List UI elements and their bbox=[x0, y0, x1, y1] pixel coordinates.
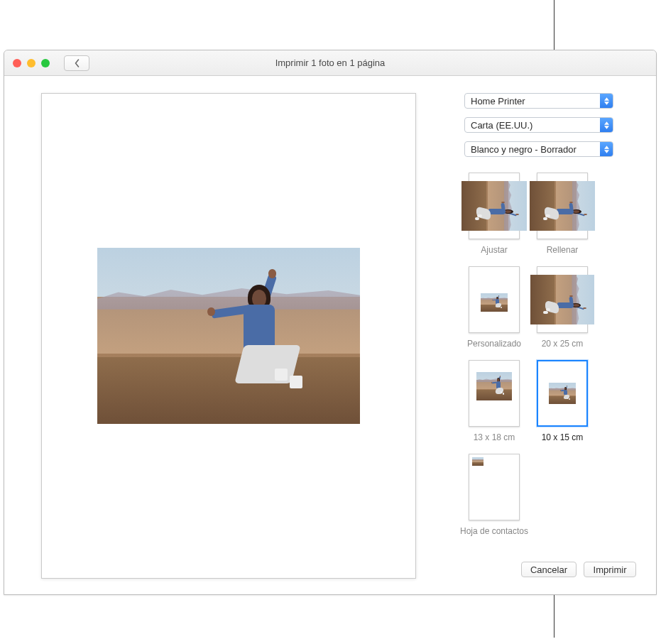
window-controls bbox=[4, 59, 58, 67]
print-quality-select[interactable]: Blanco y negro - Borrador bbox=[464, 141, 613, 157]
cancel-button[interactable]: Cancelar bbox=[521, 562, 577, 577]
format-label: Personalizado bbox=[464, 339, 524, 349]
print-options-pane: Home Printer Carta (EE.UU.) Blanco y neg… bbox=[457, 76, 656, 594]
format-label: 10 x 15 cm bbox=[532, 432, 592, 442]
paper-size-value: Carta (EE.UU.) bbox=[465, 118, 600, 132]
format-option-fill[interactable]: Rellenar bbox=[532, 173, 592, 255]
format-label: 20 x 25 cm bbox=[532, 339, 592, 349]
annotation-callout-top bbox=[554, 0, 555, 50]
window-titlebar: Imprimir 1 foto en 1 página bbox=[4, 50, 656, 76]
paper-size-select[interactable]: Carta (EE.UU.) bbox=[464, 117, 613, 133]
stepper-arrows-icon bbox=[600, 94, 613, 108]
format-thumb-20x25 bbox=[537, 266, 588, 333]
format-thumb-custom bbox=[469, 266, 520, 333]
photo-preview bbox=[97, 248, 360, 424]
close-window-button[interactable] bbox=[13, 59, 21, 67]
format-label: Hoja de contactos bbox=[452, 526, 537, 536]
chevron-left-icon bbox=[74, 59, 80, 67]
photo-content bbox=[97, 248, 360, 424]
format-thumb-fit bbox=[469, 173, 520, 239]
window-title: Imprimir 1 foto en 1 página bbox=[4, 58, 656, 68]
format-label: Rellenar bbox=[532, 245, 592, 255]
dialog-content: Home Printer Carta (EE.UU.) Blanco y neg… bbox=[4, 76, 656, 594]
stepper-arrows-icon bbox=[600, 142, 613, 156]
format-option-custom[interactable]: Personalizado bbox=[464, 266, 524, 349]
print-preview-pane bbox=[4, 76, 457, 594]
format-option-10x15[interactable]: 10 x 15 cm bbox=[532, 360, 592, 442]
print-button[interactable]: Imprimir bbox=[584, 562, 636, 577]
dialog-footer: Cancelar Imprimir bbox=[464, 562, 636, 582]
print-dialog-window: Imprimir 1 foto en 1 página bbox=[4, 50, 657, 595]
page-preview bbox=[41, 93, 416, 579]
format-label: Ajustar bbox=[464, 245, 524, 255]
printer-select[interactable]: Home Printer bbox=[464, 93, 613, 109]
printer-select-value: Home Printer bbox=[465, 94, 600, 108]
format-thumb-10x15 bbox=[537, 360, 588, 427]
print-quality-value: Blanco y negro - Borrador bbox=[465, 142, 600, 156]
format-thumb-contact-sheet bbox=[469, 454, 520, 520]
annotation-callout-bottom bbox=[554, 595, 555, 638]
format-option-20x25[interactable]: 20 x 25 cm bbox=[532, 266, 592, 349]
format-thumb-fill bbox=[537, 173, 588, 239]
format-thumb-13x18 bbox=[469, 360, 520, 427]
annotation-bracket bbox=[491, 594, 629, 595]
format-option-contact-sheet[interactable]: Hoja de contactos bbox=[464, 454, 524, 536]
zoom-window-button[interactable] bbox=[41, 59, 50, 67]
back-button[interactable] bbox=[64, 55, 89, 71]
format-option-13x18[interactable]: 13 x 18 cm bbox=[464, 360, 524, 442]
layout-format-grid: Ajustar Rellenar Personalizado bbox=[464, 173, 621, 536]
format-label: 13 x 18 cm bbox=[464, 432, 524, 442]
stepper-arrows-icon bbox=[600, 118, 613, 132]
format-option-fit[interactable]: Ajustar bbox=[464, 173, 524, 255]
minimize-window-button[interactable] bbox=[27, 59, 35, 67]
